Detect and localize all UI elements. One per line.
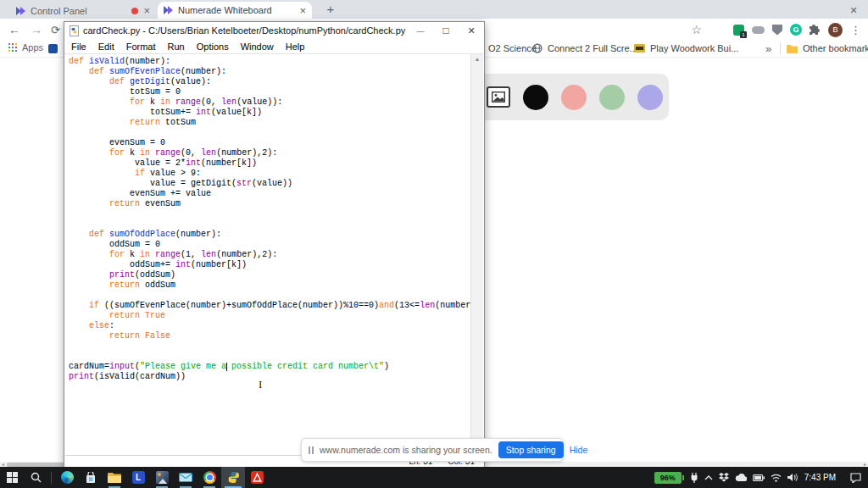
extension-icon[interactable] xyxy=(752,26,765,34)
action-center-icon[interactable] xyxy=(850,473,861,483)
stop-sharing-button[interactable]: Stop sharing xyxy=(498,441,564,458)
tab-close-icon[interactable] xyxy=(143,4,150,17)
code-line xyxy=(69,219,470,230)
extension-icon[interactable]: 1 xyxy=(733,25,744,36)
taskbar-edge[interactable] xyxy=(55,467,79,488)
edge-icon xyxy=(61,471,74,484)
desktop: Control Panel Numerade Whiteboard 1 G B xyxy=(0,0,868,488)
pen-color-pink[interactable] xyxy=(561,85,587,110)
whiteboard-toolbar xyxy=(477,74,669,120)
taskbar-l-app[interactable]: L xyxy=(126,467,150,488)
globe-icon xyxy=(532,43,542,53)
code-line: for k in range(1, len(number),2): xyxy=(69,250,470,260)
bookmark-star-icon[interactable] xyxy=(691,22,702,37)
code-line: oddSum = 0 xyxy=(69,240,470,250)
bookmark-label: Connect 2 Full Scre... xyxy=(548,43,637,53)
taskbar-search-button[interactable] xyxy=(24,467,47,488)
profile-avatar[interactable]: B xyxy=(828,23,843,37)
start-button[interactable] xyxy=(0,467,24,488)
chrome-menu-icon[interactable] xyxy=(850,22,861,37)
bookmark-connect-2[interactable]: Connect 2 Full Scre... xyxy=(532,43,637,53)
pen-color-black[interactable] xyxy=(523,85,548,110)
taskbar-acrobat[interactable] xyxy=(245,467,269,488)
apps-label: Apps xyxy=(22,42,43,53)
taskbar-photos[interactable] xyxy=(150,467,174,488)
code-line: if value > 9: xyxy=(69,169,470,179)
taskbar-mail[interactable] xyxy=(174,467,198,488)
tab-control-panel[interactable]: Control Panel xyxy=(10,3,156,19)
window-title: cardCheck.py - C:/Users/Brian Ketelboete… xyxy=(83,25,408,36)
idle-editor-window: cardCheck.py - C:/Users/Brian Ketelboete… xyxy=(64,21,485,468)
code-line: return oddSum xyxy=(69,280,470,291)
menu-run[interactable]: Run xyxy=(168,42,185,52)
code-editor[interactable]: def isValid(number): def sumOfEvenPlace(… xyxy=(65,54,470,455)
close-icon[interactable] xyxy=(459,22,484,39)
other-bookmarks[interactable]: Other bookmarks xyxy=(787,43,868,53)
menu-format[interactable]: Format xyxy=(126,42,156,52)
code-line: def isValid(number): xyxy=(69,57,470,67)
taskbar-store[interactable] xyxy=(79,467,103,488)
taskbar-chrome[interactable] xyxy=(198,467,221,488)
code-line: for k in range(0, len(value)): xyxy=(69,97,470,108)
window-close-icon[interactable] xyxy=(846,2,861,17)
code-line: value = 2*int(number[k]) xyxy=(69,158,470,169)
forward-icon[interactable] xyxy=(31,22,42,37)
back-icon[interactable] xyxy=(8,22,20,37)
taskbar-file-explorer[interactable] xyxy=(103,467,126,488)
maximize-icon[interactable] xyxy=(433,22,459,39)
battery-percent-label: 96% xyxy=(654,472,682,484)
bookmark-o2-science[interactable]: O2 Science xyxy=(488,43,537,53)
numerade-logo-icon xyxy=(16,7,25,15)
python-icon xyxy=(227,471,240,484)
tab-close-icon[interactable] xyxy=(299,4,306,17)
menu-file[interactable]: File xyxy=(71,42,86,52)
extensions-puzzle-icon[interactable] xyxy=(810,25,821,36)
idle-title-bar[interactable]: cardCheck.py - C:/Users/Brian Ketelboete… xyxy=(64,22,484,39)
grammarly-icon[interactable]: G xyxy=(790,24,802,36)
other-bookmarks-label: Other bookmarks xyxy=(803,43,868,53)
vertical-scrollbar[interactable] xyxy=(470,54,483,455)
onedrive-cloud-icon[interactable] xyxy=(735,474,747,481)
reload-icon[interactable] xyxy=(51,22,60,37)
bookmark-favicon-icon[interactable] xyxy=(48,44,58,53)
python-file-icon xyxy=(70,25,79,36)
shield-extension-icon[interactable] xyxy=(772,25,782,36)
code-line: oddSum+= int(number[k]) xyxy=(69,260,470,270)
pen-color-green[interactable] xyxy=(599,85,625,110)
battery-percentage-widget[interactable]: 96% xyxy=(654,472,684,484)
tab-title: Numerade Whiteboard xyxy=(178,5,294,15)
menu-window[interactable]: Window xyxy=(241,42,274,52)
code-line: if ((sumOfEvenPlace(number)+sumOfOddPlac… xyxy=(69,301,470,311)
insert-image-button[interactable] xyxy=(487,86,510,108)
code-line: return totSum xyxy=(69,118,470,128)
dropbox-icon[interactable] xyxy=(719,473,729,482)
plug-icon[interactable] xyxy=(690,473,698,483)
taskbar-python-idle[interactable] xyxy=(221,467,245,488)
new-tab-button[interactable] xyxy=(322,1,339,18)
scroll-up-icon[interactable] xyxy=(471,54,483,62)
tab-numerade-whiteboard[interactable]: Numerade Whiteboard xyxy=(158,2,312,19)
wifi-icon[interactable] xyxy=(771,474,782,482)
game-favicon-icon xyxy=(634,44,645,53)
code-line: for k in range(0, len(number),2): xyxy=(69,148,470,158)
hidden-icons-chevron-icon[interactable] xyxy=(704,474,713,481)
hide-link[interactable]: Hide xyxy=(570,445,588,455)
bookmark-play-woodwork[interactable]: Play Woodwork Bui... xyxy=(634,43,738,53)
volume-icon[interactable] xyxy=(787,473,798,482)
power-battery-icon[interactable] xyxy=(753,474,765,481)
code-line: totSum = 0 xyxy=(69,87,470,97)
pen-color-purple[interactable] xyxy=(637,85,663,110)
bookmarks-overflow-icon[interactable]: » xyxy=(765,42,771,55)
menu-edit[interactable]: Edit xyxy=(98,42,114,52)
search-icon xyxy=(31,472,42,483)
apps-grid-icon xyxy=(8,43,17,52)
code-line: def sumOfOddPlace(number): xyxy=(69,230,470,240)
apps-shortcut[interactable]: Apps xyxy=(8,42,43,53)
clock[interactable]: 7:43 PM xyxy=(804,473,836,482)
menu-options[interactable]: Options xyxy=(197,42,229,52)
pause-icon xyxy=(309,446,314,454)
minimize-icon[interactable] xyxy=(408,22,433,39)
menu-help[interactable]: Help xyxy=(286,42,305,52)
idle-menu-bar: File Edit Format Run Options Window Help xyxy=(64,39,484,54)
bookmarks-divider xyxy=(780,43,781,54)
